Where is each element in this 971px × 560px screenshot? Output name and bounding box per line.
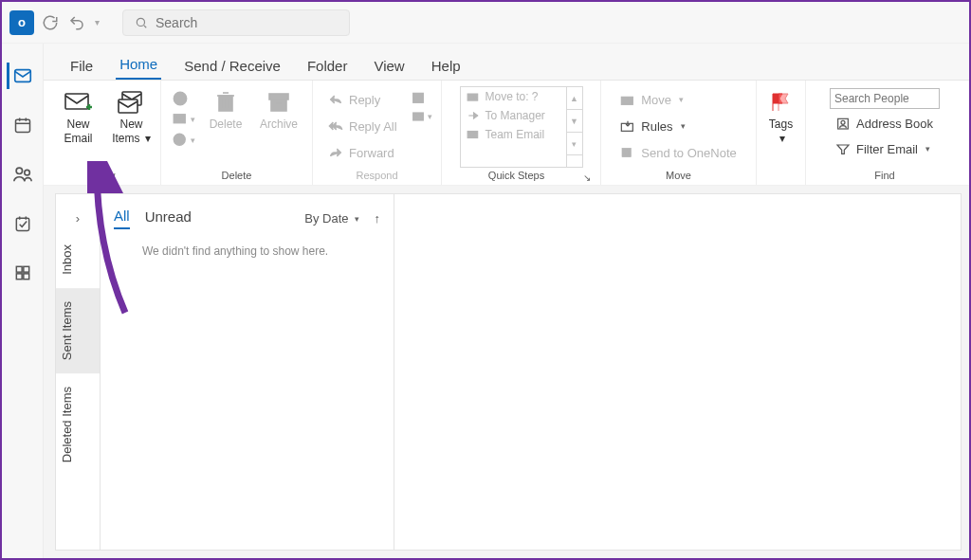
folder-sent-items[interactable]: Sent Items xyxy=(56,288,100,373)
qat-dropdown-icon[interactable]: ▾ xyxy=(95,17,100,27)
filter-unread[interactable]: Unread xyxy=(145,208,192,228)
svg-rect-10 xyxy=(16,266,22,272)
folder-deleted-items[interactable]: Deleted Items xyxy=(56,373,100,476)
new-email-button[interactable]: New Email xyxy=(54,86,103,162)
expand-folder-pane[interactable]: › xyxy=(70,206,85,231)
quick-steps-list[interactable]: Move to: ? To Manager Team Email ▲▼▾ xyxy=(460,86,583,168)
qs-to-manager[interactable]: To Manager xyxy=(461,106,566,125)
rail-apps[interactable] xyxy=(9,260,36,286)
search-box[interactable] xyxy=(122,9,350,36)
rail-calendar[interactable] xyxy=(9,112,36,138)
reply-all-button[interactable]: Reply All xyxy=(322,115,403,137)
empty-state-text: We didn't find anything to show here. xyxy=(114,229,380,258)
body-area: › Inbox Sent Items Deleted Items All Unr… xyxy=(44,186,969,558)
move-button[interactable]: Move▾ xyxy=(614,88,742,111)
cleanup-icon[interactable]: ▾ xyxy=(172,111,195,128)
menu-bar: File Home Send / Receive Folder View Hel… xyxy=(44,44,969,80)
svg-rect-11 xyxy=(23,266,28,272)
delete-label: Delete xyxy=(210,118,243,131)
search-input[interactable] xyxy=(156,15,326,30)
flag-icon xyxy=(769,88,794,117)
svg-rect-9 xyxy=(16,218,28,230)
qs-scroll[interactable]: ▲▼▾ xyxy=(566,87,582,167)
svg-point-7 xyxy=(16,168,22,173)
delete-small-col: ▾ ▾ xyxy=(170,86,197,151)
rail-people[interactable] xyxy=(9,161,36,188)
forward-button[interactable]: Forward xyxy=(322,141,403,164)
forward-icon xyxy=(328,146,343,159)
sort-by-date[interactable]: By Date ▾ xyxy=(304,211,358,226)
qs-move-to[interactable]: Move to: ? xyxy=(461,87,566,106)
reply-all-icon xyxy=(328,119,343,133)
qs-team-email[interactable]: Team Email xyxy=(461,125,566,144)
new-items-button[interactable]: New Items ▾ xyxy=(107,86,156,162)
onenote-button[interactable]: NSend to OneNote xyxy=(614,141,742,164)
search-people-input[interactable] xyxy=(830,88,940,109)
delete-button[interactable]: Delete xyxy=(201,86,250,162)
group-new: New Email New Items ▾ New xyxy=(49,81,161,185)
address-book-icon xyxy=(835,117,851,130)
folder-pane-collapsed: › Inbox Sent Items Deleted Items xyxy=(55,193,101,551)
address-book-button[interactable]: Address Book xyxy=(830,112,940,135)
group-find: Address Book Filter Email▾ Find xyxy=(806,81,963,185)
svg-marker-47 xyxy=(837,145,849,154)
forward-icon xyxy=(467,110,480,121)
group-new-label: New xyxy=(57,168,153,183)
rules-button[interactable]: Rules▾ xyxy=(614,115,742,137)
reply-button[interactable]: Reply xyxy=(322,88,403,111)
svg-point-0 xyxy=(137,18,144,26)
svg-point-8 xyxy=(24,170,29,175)
group-quick-steps-label: Quick Steps xyxy=(449,168,583,183)
meeting-icon[interactable] xyxy=(411,90,432,105)
move-folder-icon xyxy=(620,93,635,106)
ignore-icon[interactable] xyxy=(172,90,195,107)
svg-line-1 xyxy=(144,25,146,27)
group-quick-steps: Move to: ? To Manager Team Email ▲▼▾ Qui… xyxy=(442,81,601,185)
apps-grid-icon xyxy=(13,263,32,282)
trash-icon xyxy=(214,88,237,117)
quick-steps-launcher[interactable]: ↘ xyxy=(583,172,591,183)
rail-todo[interactable] xyxy=(9,210,36,237)
junk-icon[interactable]: ▾ xyxy=(172,132,195,149)
undo-icon[interactable] xyxy=(68,14,85,31)
group-find-label: Find xyxy=(814,168,956,183)
new-items-icon xyxy=(117,88,147,117)
tab-file[interactable]: File xyxy=(66,50,97,80)
mail-icon xyxy=(467,129,480,140)
tab-folder[interactable]: Folder xyxy=(303,50,352,80)
new-email-label1: New xyxy=(66,118,89,131)
group-move: Move▾ Rules▾ NSend to OneNote Move xyxy=(601,81,757,185)
refresh-icon[interactable] xyxy=(42,14,59,31)
archive-button[interactable]: Archive xyxy=(254,86,303,162)
ribbon: New Email New Items ▾ New xyxy=(44,80,969,186)
reading-pane xyxy=(394,193,962,551)
tab-help[interactable]: Help xyxy=(428,50,465,80)
tags-label: Tags xyxy=(769,118,793,131)
filter-all[interactable]: All xyxy=(114,208,130,229)
more-respond-icon[interactable]: ▾ xyxy=(411,109,432,124)
tab-send-receive[interactable]: Send / Receive xyxy=(180,50,284,80)
group-move-label: Move xyxy=(609,168,748,183)
new-items-label1: New xyxy=(119,118,142,131)
new-email-label2: Email xyxy=(64,133,92,145)
svg-point-46 xyxy=(841,120,845,124)
message-filter-bar: All Unread By Date ▾ ↑ xyxy=(114,208,380,229)
folder-inbox[interactable]: Inbox xyxy=(56,231,100,288)
tab-home[interactable]: Home xyxy=(116,48,161,80)
tab-view[interactable]: View xyxy=(370,50,408,80)
new-email-icon xyxy=(64,88,94,117)
tags-button[interactable]: Tags ▾ xyxy=(757,86,806,162)
onenote-icon: N xyxy=(620,146,635,159)
svg-text:N: N xyxy=(624,149,629,157)
sort-reverse[interactable]: ↑ xyxy=(375,211,381,226)
message-list: All Unread By Date ▾ ↑ We didn't find an… xyxy=(101,193,394,551)
rail-mail[interactable] xyxy=(7,63,36,89)
outlook-logo: o xyxy=(9,10,34,35)
svg-rect-3 xyxy=(15,119,29,132)
folder-move-icon xyxy=(467,91,480,102)
rules-icon xyxy=(620,119,635,133)
svg-rect-33 xyxy=(271,99,286,111)
title-bar: o ▾ xyxy=(2,2,969,44)
people-icon xyxy=(12,164,33,185)
filter-email-button[interactable]: Filter Email▾ xyxy=(830,137,940,160)
